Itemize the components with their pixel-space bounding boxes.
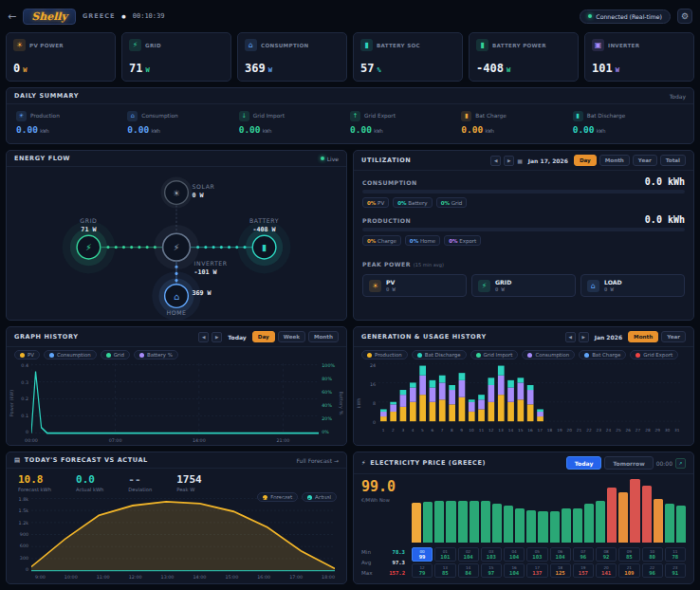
- kpi-label: GRID: [145, 43, 161, 48]
- stat-label: Actual kWh: [76, 487, 103, 492]
- price-bar-19[interactable]: [630, 479, 639, 543]
- period-label[interactable]: Today: [228, 334, 247, 341]
- legend-grid-export[interactable]: Grid Export: [630, 350, 678, 360]
- price-bar-07[interactable]: [492, 504, 502, 543]
- price-cell-15[interactable]: 1597: [481, 563, 502, 578]
- price-cell-14[interactable]: 1484: [458, 563, 479, 578]
- price-bar-11[interactable]: [538, 511, 547, 543]
- price-cell-02[interactable]: 02104: [458, 547, 479, 562]
- price-cell-06[interactable]: 06104: [550, 547, 571, 562]
- kpi-consumption[interactable]: ⌂CONSUMPTION369W: [237, 32, 347, 82]
- solar-label: SOLAR: [192, 183, 214, 190]
- price-bar-06[interactable]: [481, 501, 490, 543]
- range-button-day[interactable]: Day: [252, 331, 275, 342]
- legend-battery[interactable]: Battery %: [134, 350, 178, 360]
- price-bar-14[interactable]: [573, 508, 582, 543]
- price-bar-16[interactable]: [596, 501, 605, 543]
- tab-today[interactable]: Today: [566, 456, 602, 470]
- price-cell-04[interactable]: 04104: [504, 547, 525, 562]
- range-button-week[interactable]: Week: [278, 331, 305, 342]
- cell-price: 157: [574, 570, 593, 576]
- price-cell-09[interactable]: 0985: [618, 547, 639, 562]
- cell-price: 104: [551, 554, 570, 560]
- kpi-battery-soc[interactable]: ▮BATTERY SOC57%: [353, 32, 463, 82]
- kpi-pv-power[interactable]: ☀PV POWER0W: [6, 32, 116, 82]
- price-bar-04[interactable]: [458, 501, 468, 543]
- price-bar-18[interactable]: [618, 492, 628, 543]
- price-bar-02[interactable]: [434, 501, 444, 543]
- price-bar-21[interactable]: [654, 499, 663, 543]
- price-bar-01[interactable]: [423, 502, 433, 543]
- x-tick: 00:00: [25, 438, 38, 443]
- period-label[interactable]: Jan 17, 2026: [528, 157, 568, 164]
- price-bar-05[interactable]: [470, 501, 479, 543]
- kpi-battery-power[interactable]: ▮BATTERY POWER-408W: [469, 32, 579, 82]
- price-cell-03[interactable]: 03103: [481, 547, 502, 562]
- price-cell-10[interactable]: 1080: [642, 547, 663, 562]
- price-cell-05[interactable]: 05103: [526, 547, 547, 562]
- range-button-month[interactable]: Month: [628, 331, 658, 342]
- price-bar-13[interactable]: [562, 508, 571, 543]
- range-button-year[interactable]: Year: [661, 331, 686, 342]
- range-button-day[interactable]: Day: [574, 155, 597, 166]
- legend-consumption[interactable]: Consumption: [44, 350, 97, 360]
- prev-button[interactable]: ◀: [198, 332, 209, 342]
- price-bar-22[interactable]: [665, 504, 674, 543]
- peak-chip-pv[interactable]: ☀PV0 W: [362, 274, 467, 297]
- price-cell-11[interactable]: 1178: [665, 547, 686, 562]
- price-cell-00[interactable]: 0099: [412, 547, 433, 562]
- prev-button[interactable]: ◀: [565, 332, 576, 342]
- price-cell-07[interactable]: 0796: [573, 547, 594, 562]
- prev-button[interactable]: ◀: [490, 156, 501, 166]
- period-label[interactable]: Jan 2026: [595, 334, 622, 341]
- legend-production[interactable]: Production: [361, 350, 408, 360]
- legend-grid-import[interactable]: Grid Import: [470, 350, 519, 360]
- legend-bat-charge[interactable]: Bat Charge: [579, 350, 626, 360]
- legend-consumption[interactable]: Consumption: [522, 350, 575, 360]
- price-bar-10[interactable]: [526, 510, 536, 543]
- price-cell-20[interactable]: 20141: [596, 563, 617, 578]
- legend-bat-discharge[interactable]: Bat Discharge: [412, 350, 467, 360]
- price-cell-17[interactable]: 17137: [526, 563, 547, 578]
- grid-label: GRID: [80, 217, 97, 224]
- price-cell-21[interactable]: 21109: [618, 563, 639, 578]
- settings-button[interactable]: ⚙: [677, 9, 692, 24]
- full-forecast-link[interactable]: Full Forecast →: [297, 457, 340, 464]
- price-bar-08[interactable]: [504, 506, 513, 543]
- peak-chip-load[interactable]: ⌂LOAD0 W: [580, 274, 685, 297]
- connection-status[interactable]: Connected (Real-time): [580, 9, 671, 24]
- range-button-month[interactable]: Month: [599, 155, 630, 166]
- kpi-inverter[interactable]: ▣INVERTER101W: [584, 32, 694, 82]
- price-bar-03[interactable]: [446, 501, 455, 543]
- price-cell-12[interactable]: 1279: [412, 563, 433, 578]
- price-bar-09[interactable]: [515, 508, 525, 543]
- range-button-year[interactable]: Year: [633, 155, 657, 166]
- range-button-total[interactable]: Total: [660, 155, 686, 166]
- price-bar-12[interactable]: [550, 511, 560, 543]
- price-cell-08[interactable]: 0892: [596, 547, 617, 562]
- price-bar-20[interactable]: [642, 486, 652, 543]
- price-cell-16[interactable]: 16104: [504, 563, 525, 578]
- price-bar-23[interactable]: [676, 506, 686, 543]
- price-bar-17[interactable]: [607, 488, 617, 543]
- price-cell-23[interactable]: 2391: [665, 563, 686, 578]
- legend-pv[interactable]: PV: [14, 350, 40, 360]
- price-cell-19[interactable]: 19157: [573, 563, 594, 578]
- next-button[interactable]: ▶: [504, 156, 514, 166]
- price-cell-13[interactable]: 1385: [434, 563, 455, 578]
- price-cell-01[interactable]: 01101: [434, 547, 455, 562]
- price-bar-00[interactable]: [412, 503, 421, 543]
- svg-text:11: 11: [479, 428, 485, 433]
- next-button[interactable]: ▶: [212, 332, 222, 342]
- expand-icon[interactable]: ↗: [675, 458, 686, 469]
- back-button[interactable]: ←: [8, 10, 16, 23]
- price-bar-15[interactable]: [584, 504, 594, 543]
- next-button[interactable]: ▶: [579, 332, 589, 342]
- range-button-month[interactable]: Month: [308, 331, 339, 342]
- tab-tomorrow[interactable]: Tomorrow: [604, 456, 653, 470]
- legend-grid[interactable]: Grid: [101, 350, 130, 360]
- kpi-grid[interactable]: ⚡GRID71W: [121, 32, 231, 82]
- price-cell-18[interactable]: 18125: [550, 563, 571, 578]
- price-cell-22[interactable]: 2296: [642, 563, 663, 578]
- peak-chip-grid[interactable]: ⚡GRID0 W: [471, 274, 576, 297]
